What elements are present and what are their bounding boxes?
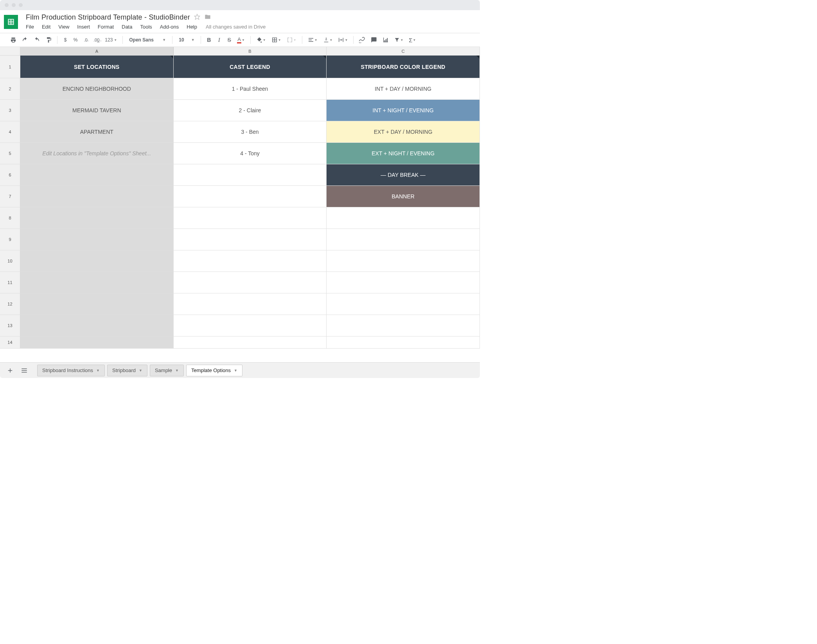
- cell-C8[interactable]: [327, 207, 480, 228]
- window-min-dot[interactable]: [12, 3, 16, 7]
- row-header-11[interactable]: 11: [0, 272, 20, 293]
- row-header-8[interactable]: 8: [0, 207, 20, 228]
- cell-A14[interactable]: [20, 336, 174, 348]
- cell-A10[interactable]: [20, 250, 174, 272]
- cell-A11[interactable]: [20, 272, 174, 293]
- font-dropdown[interactable]: Open Sans ▼: [126, 35, 169, 45]
- vertical-align-button[interactable]: ▼: [321, 35, 335, 45]
- row-header-10[interactable]: 10: [0, 250, 20, 272]
- sheet-tab-stripboard[interactable]: Stripboard▼: [107, 365, 147, 376]
- row-header-6[interactable]: 6: [0, 164, 20, 185]
- row-header-7[interactable]: 7: [0, 186, 20, 207]
- cell-C5[interactable]: EXT + NIGHT / EVENING: [327, 143, 480, 164]
- insert-link-button[interactable]: [357, 35, 368, 45]
- cell-B14[interactable]: [174, 336, 327, 348]
- currency-button[interactable]: $: [61, 35, 70, 45]
- cell-B4[interactable]: 3 - Ben: [174, 121, 327, 142]
- undo-button[interactable]: [20, 35, 31, 45]
- select-all-corner[interactable]: [0, 47, 20, 55]
- cell-C4[interactable]: EXT + DAY / MORNING: [327, 121, 480, 142]
- cell-B10[interactable]: [174, 250, 327, 272]
- increase-decimal-button[interactable]: .00→: [91, 35, 102, 45]
- decrease-decimal-button[interactable]: .0←: [81, 35, 90, 45]
- row-header-13[interactable]: 13: [0, 315, 20, 336]
- column-header-A[interactable]: A: [20, 47, 174, 55]
- menu-edit[interactable]: Edit: [42, 24, 50, 30]
- paint-format-button[interactable]: [43, 35, 54, 45]
- text-color-button[interactable]: A▼: [235, 35, 247, 45]
- functions-button[interactable]: Σ▼: [406, 35, 418, 45]
- cell-A13[interactable]: [20, 315, 174, 336]
- menu-addons[interactable]: Add-ons: [160, 24, 179, 30]
- cell-C1[interactable]: STRIPBOARD COLOR LEGEND: [327, 56, 480, 78]
- borders-button[interactable]: ▼: [269, 35, 284, 45]
- filter-button[interactable]: ▼: [392, 35, 406, 45]
- cell-A12[interactable]: [20, 293, 174, 315]
- cell-C3[interactable]: INT + NIGHT / EVENING: [327, 100, 480, 121]
- cell-A6[interactable]: [20, 164, 174, 185]
- cell-A8[interactable]: [20, 207, 174, 228]
- window-close-dot[interactable]: [5, 3, 9, 7]
- bold-button[interactable]: B: [204, 35, 214, 45]
- row-header-14[interactable]: 14: [0, 336, 20, 348]
- cell-B3[interactable]: 2 - Claire: [174, 100, 327, 121]
- cell-C7[interactable]: BANNER: [327, 186, 480, 207]
- menu-view[interactable]: View: [58, 24, 69, 30]
- cell-A5[interactable]: Edit Locations in "Template Options" She…: [20, 143, 174, 164]
- cell-C9[interactable]: [327, 229, 480, 250]
- cell-C12[interactable]: [327, 293, 480, 315]
- menu-tools[interactable]: Tools: [140, 24, 152, 30]
- cell-C11[interactable]: [327, 272, 480, 293]
- cell-B9[interactable]: [174, 229, 327, 250]
- redo-button[interactable]: [31, 35, 42, 45]
- cell-B2[interactable]: 1 - Paul Sheen: [174, 78, 327, 99]
- menu-format[interactable]: Format: [98, 24, 114, 30]
- italic-button[interactable]: I: [214, 35, 224, 45]
- horizontal-align-button[interactable]: ▼: [305, 35, 320, 45]
- cell-C6[interactable]: — DAY BREAK —: [327, 164, 480, 185]
- print-button[interactable]: [8, 35, 19, 45]
- sheet-tab-instructions[interactable]: Stripboard Instructions▼: [37, 365, 105, 376]
- column-header-C[interactable]: C: [327, 47, 480, 55]
- insert-chart-button[interactable]: [380, 35, 391, 45]
- cell-C2[interactable]: INT + DAY / MORNING: [327, 78, 480, 99]
- cell-B8[interactable]: [174, 207, 327, 228]
- row-header-1[interactable]: 1: [0, 56, 20, 78]
- cell-B1[interactable]: CAST LEGEND: [174, 56, 327, 78]
- fill-color-button[interactable]: ▼: [254, 35, 268, 45]
- sheets-logo[interactable]: [4, 15, 18, 29]
- sheet-tab-sample[interactable]: Sample▼: [150, 365, 184, 376]
- star-icon[interactable]: [194, 14, 200, 22]
- percent-button[interactable]: %: [71, 35, 80, 45]
- cell-B11[interactable]: [174, 272, 327, 293]
- cell-A7[interactable]: [20, 186, 174, 207]
- menu-help[interactable]: Help: [187, 24, 197, 30]
- sheet-tab-template-options[interactable]: Template Options▼: [186, 365, 242, 376]
- cell-B13[interactable]: [174, 315, 327, 336]
- cell-A9[interactable]: [20, 229, 174, 250]
- row-header-5[interactable]: 5: [0, 143, 20, 164]
- row-header-9[interactable]: 9: [0, 229, 20, 250]
- menu-insert[interactable]: Insert: [77, 24, 90, 30]
- window-max-dot[interactable]: [19, 3, 23, 7]
- strikethrough-button[interactable]: S: [224, 35, 234, 45]
- menu-file[interactable]: File: [26, 24, 34, 30]
- row-header-3[interactable]: 3: [0, 100, 20, 121]
- cell-A4[interactable]: APARTMENT: [20, 121, 174, 142]
- cell-B12[interactable]: [174, 293, 327, 315]
- row-header-4[interactable]: 4: [0, 121, 20, 142]
- cell-A3[interactable]: MERMAID TAVERN: [20, 100, 174, 121]
- cell-C14[interactable]: [327, 336, 480, 348]
- cell-C10[interactable]: [327, 250, 480, 272]
- text-wrap-button[interactable]: ▼: [336, 35, 350, 45]
- cell-B6[interactable]: [174, 164, 327, 185]
- all-sheets-button[interactable]: [17, 363, 31, 378]
- document-title[interactable]: Film Production Stripboard Template - St…: [26, 13, 190, 22]
- merge-cells-button[interactable]: ▼: [284, 35, 299, 45]
- folder-icon[interactable]: [204, 14, 211, 22]
- insert-comment-button[interactable]: [368, 35, 379, 45]
- fontsize-dropdown[interactable]: 10 ▼: [176, 35, 198, 45]
- column-header-B[interactable]: B: [174, 47, 327, 55]
- cell-C13[interactable]: [327, 315, 480, 336]
- cell-A2[interactable]: ENCINO NEIGHBORHOOD: [20, 78, 174, 99]
